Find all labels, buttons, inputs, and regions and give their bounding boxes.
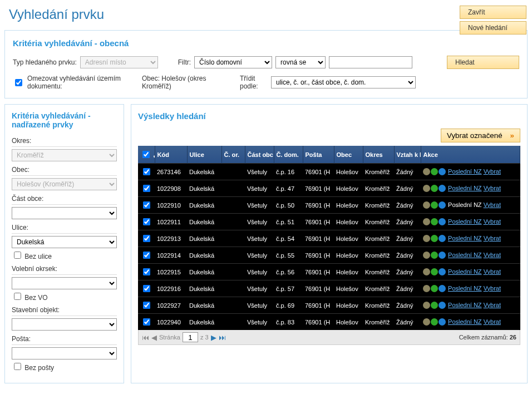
row-checkbox[interactable] <box>143 318 150 326</box>
sort-select[interactable]: ulice, č. or., část obce, č. dom. <box>271 76 416 88</box>
cell-okres: Kroměříž <box>363 180 394 197</box>
pager-last-icon[interactable]: ⏭ <box>219 333 226 342</box>
vybrat-link[interactable]: Vybrat <box>484 185 501 191</box>
status-ok-icon[interactable] <box>431 302 438 309</box>
vo-select[interactable] <box>12 277 117 289</box>
status-ok-icon[interactable] <box>431 268 438 275</box>
pager-prev-icon[interactable]: ◀ <box>151 333 157 342</box>
row-checkbox[interactable] <box>143 252 150 259</box>
ulice-select[interactable]: Dukelská <box>12 236 117 248</box>
so-select[interactable] <box>12 318 117 331</box>
cast-obce-select[interactable] <box>12 207 117 219</box>
zoom-icon[interactable] <box>423 201 430 209</box>
cell-vztah: Žádný <box>394 164 421 180</box>
globe-icon[interactable] <box>439 235 446 242</box>
col-kod[interactable]: Kód <box>155 146 187 164</box>
posledni-nz-link[interactable]: Poslední NZ <box>448 268 482 275</box>
select-all-header[interactable]: ✔ <box>138 146 155 164</box>
posledni-nz-link[interactable]: Poslední NZ <box>448 252 482 258</box>
globe-icon[interactable] <box>439 201 446 209</box>
status-ok-icon[interactable] <box>431 218 438 225</box>
col-okres[interactable]: Okres <box>363 146 394 164</box>
vybrat-link[interactable]: Vybrat <box>484 252 501 258</box>
status-ok-icon[interactable] <box>431 252 438 259</box>
bez-vo-checkbox[interactable] <box>14 293 21 300</box>
zoom-icon[interactable] <box>423 285 430 292</box>
vybrat-link[interactable]: Vybrat <box>484 218 501 225</box>
limit-by-territory-checkbox[interactable] <box>15 79 22 86</box>
col-akce[interactable]: Akce <box>421 146 520 164</box>
close-button[interactable]: Zavřít <box>460 6 526 19</box>
zoom-icon[interactable] <box>423 235 430 242</box>
vybrat-link[interactable]: Vybrat <box>484 302 501 308</box>
zoom-icon[interactable] <box>423 252 430 259</box>
globe-icon[interactable] <box>439 268 446 275</box>
status-ok-icon[interactable] <box>431 318 438 326</box>
new-search-button[interactable]: Nové hledání <box>460 21 526 35</box>
row-checkbox[interactable] <box>143 235 150 242</box>
col-obec[interactable]: Obec <box>334 146 363 164</box>
globe-icon[interactable] <box>439 218 446 225</box>
status-ok-icon[interactable] <box>431 185 438 192</box>
row-checkbox[interactable] <box>143 168 150 175</box>
vybrat-link[interactable]: Vybrat <box>484 235 501 242</box>
select-marked-button[interactable]: Vybrat označené» <box>441 129 520 142</box>
bez-posty-checkbox[interactable] <box>14 363 21 370</box>
posledni-nz-link[interactable]: Poslední NZ <box>448 218 482 225</box>
posledni-nz-link[interactable]: Poslední NZ <box>448 318 482 325</box>
status-ok-icon[interactable] <box>431 201 438 209</box>
row-checkbox[interactable] <box>143 302 150 309</box>
zoom-icon[interactable] <box>423 168 430 175</box>
col-cast[interactable]: Část obc <box>245 146 274 164</box>
globe-icon[interactable] <box>439 285 446 292</box>
posta-select[interactable] <box>12 347 117 359</box>
cell-okres: Kroměříž <box>363 247 394 264</box>
zoom-icon[interactable] <box>423 218 430 225</box>
posledni-nz-link[interactable]: Poslední NZ <box>448 302 482 308</box>
vybrat-link[interactable]: Vybrat <box>484 168 501 175</box>
zoom-icon[interactable] <box>423 268 430 275</box>
zoom-icon[interactable] <box>423 302 430 309</box>
status-ok-icon[interactable] <box>431 285 438 292</box>
globe-icon[interactable] <box>439 185 446 192</box>
col-vztah[interactable]: Vztah k N <box>394 146 421 164</box>
filter-field-select[interactable]: Číslo domovní <box>194 56 272 68</box>
col-cor[interactable]: Č. or. <box>221 146 245 164</box>
pager-next-icon[interactable]: ▶ <box>211 333 216 342</box>
globe-icon[interactable] <box>439 252 446 259</box>
col-ulice[interactable]: Ulice <box>187 146 221 164</box>
vybrat-link[interactable]: Vybrat <box>484 285 501 292</box>
zoom-icon[interactable] <box>423 185 430 192</box>
row-checkbox[interactable] <box>143 285 150 292</box>
pager-first-icon[interactable]: ⏮ <box>142 333 149 342</box>
cell-cast: Všetuly <box>245 230 274 247</box>
posledni-nz-link[interactable]: Poslední NZ <box>448 235 482 242</box>
globe-icon[interactable] <box>439 318 446 326</box>
status-ok-icon[interactable] <box>431 235 438 242</box>
vybrat-link[interactable]: Vybrat <box>484 268 501 275</box>
posledni-nz-link[interactable]: Poslední NZ <box>448 285 482 292</box>
globe-icon[interactable] <box>439 302 446 309</box>
status-ok-icon[interactable] <box>431 168 438 175</box>
vybrat-link[interactable]: Vybrat <box>484 318 501 325</box>
col-cdom[interactable]: Č. dom. <box>274 146 303 164</box>
row-checkbox[interactable] <box>143 218 150 225</box>
zoom-icon[interactable] <box>423 318 430 326</box>
bez-ulice-checkbox[interactable] <box>14 252 21 259</box>
cell-okres: Kroměříž <box>363 164 394 180</box>
posledni-nz-link[interactable]: Poslední NZ <box>448 185 482 191</box>
row-checkbox[interactable] <box>143 201 150 209</box>
pager-page-input[interactable] <box>183 332 198 342</box>
filter-value-input[interactable] <box>329 56 412 68</box>
row-checkbox[interactable] <box>143 268 150 275</box>
col-posta[interactable]: Pošta <box>303 146 334 164</box>
vybrat-link[interactable]: Vybrat <box>484 201 501 208</box>
posledni-nz-link[interactable]: Poslední NZ <box>448 168 482 175</box>
search-button[interactable]: Hledat <box>447 56 519 69</box>
globe-icon[interactable] <box>439 168 446 175</box>
cell-cor <box>221 164 245 180</box>
filter-op-select[interactable]: rovná se <box>275 56 326 68</box>
select-all-checkbox[interactable] <box>142 151 150 158</box>
cell-ulice: Dukelská <box>187 280 221 297</box>
row-checkbox[interactable] <box>143 185 150 192</box>
